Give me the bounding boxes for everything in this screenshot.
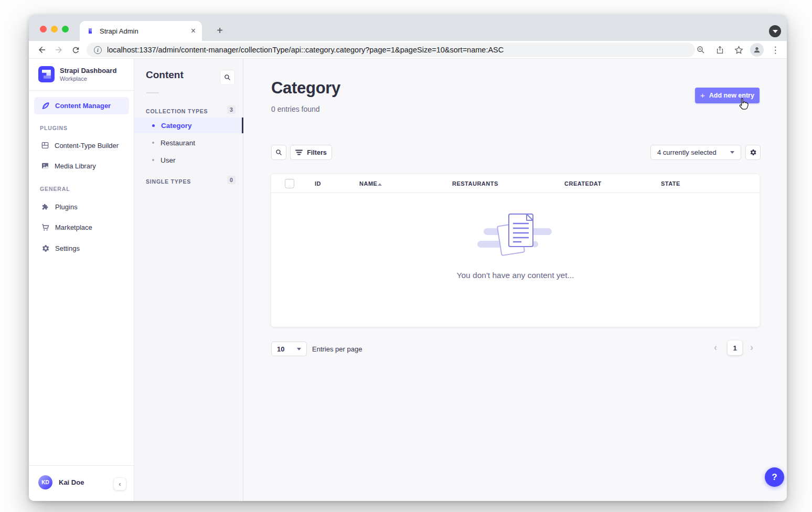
sidebar-divider — [29, 465, 134, 466]
plus-icon: + — [700, 91, 705, 99]
empty-message: You don't have any content yet... — [271, 271, 760, 280]
zoom-icon[interactable] — [693, 42, 708, 57]
user-profile[interactable]: KD Kai Doe — [38, 475, 84, 489]
sidebar-section-general: GENERAL — [40, 186, 70, 192]
collection-types-label: COLLECTION TYPES — [146, 108, 208, 114]
column-header-id[interactable]: ID — [315, 180, 321, 187]
main-sidebar: Strapi Dashboard Workplace Content Manag… — [29, 59, 134, 501]
close-window-button[interactable] — [40, 26, 47, 33]
collapse-sidebar-button[interactable]: ‹ — [113, 477, 126, 490]
browser-tab[interactable]: Strapi Admin × — [80, 21, 202, 41]
subnav-item-user[interactable]: User — [134, 152, 243, 168]
column-header-state[interactable]: STATE — [661, 180, 680, 187]
collection-types-count-badge: 3 — [227, 105, 236, 114]
filter-icon — [295, 150, 303, 155]
puzzle-icon — [41, 202, 50, 211]
layout-builder-icon — [41, 141, 49, 150]
url-bar[interactable]: i localhost:1337/admin/content-manager/c… — [87, 42, 695, 57]
forward-button[interactable] — [52, 43, 66, 57]
avatar: KD — [38, 475, 52, 489]
sidebar-item-plugins[interactable]: Plugins — [34, 198, 129, 215]
page-size-dropdown[interactable]: 10 — [271, 342, 307, 356]
sidebar-item-label: Plugins — [55, 203, 78, 211]
sidebar-item-label: Content Manager — [55, 102, 111, 110]
back-button[interactable] — [35, 43, 49, 57]
sort-asc-icon — [378, 183, 382, 186]
workspace-name: Workplace — [60, 76, 116, 82]
sidebar-item-label: Media Library — [55, 162, 96, 170]
strapi-logo — [38, 66, 55, 82]
bookmark-star-icon[interactable] — [731, 42, 746, 57]
content-subnav: Content COLLECTION TYPES 3 Category Rest… — [134, 59, 243, 501]
subnav-item-category[interactable]: Category — [134, 118, 243, 133]
subnav-title: Content — [146, 69, 184, 81]
gear-icon — [41, 244, 50, 253]
app-name: Strapi Dashboard — [60, 67, 116, 75]
next-page-button[interactable]: › — [750, 342, 753, 353]
site-info-icon[interactable]: i — [94, 46, 102, 54]
chevron-down-icon — [730, 151, 734, 154]
search-icon — [224, 74, 231, 81]
sidebar-item-label: Content-Type Builder — [55, 142, 119, 150]
bullet-icon — [152, 124, 155, 127]
sidebar-item-content-type-builder[interactable]: Content-Type Builder — [34, 137, 129, 154]
table-header-row: ID NAME RESTAURANTS CREATEDAT STATE — [271, 174, 760, 193]
empty-state: You don't have any content yet... — [271, 211, 760, 280]
browser-menu-icon[interactable]: ⋮ — [768, 42, 783, 57]
gear-icon — [749, 148, 757, 156]
workspace-switcher[interactable]: Strapi Dashboard Workplace — [38, 66, 116, 82]
entries-found-text: 0 entries found — [271, 105, 320, 113]
empty-documents-illustration — [476, 211, 555, 259]
sidebar-item-label: Marketplace — [55, 223, 92, 231]
page-size-value: 10 — [277, 345, 284, 353]
browser-profile-avatar[interactable] — [750, 43, 764, 57]
columns-selected-dropdown[interactable]: 4 currently selected — [650, 145, 741, 160]
sidebar-item-content-manager[interactable]: Content Manager — [34, 97, 129, 114]
subnav-item-label: User — [161, 156, 176, 164]
sidebar-item-media-library[interactable]: Media Library — [34, 157, 129, 174]
strapi-app: Strapi Dashboard Workplace Content Manag… — [29, 59, 787, 501]
page-number[interactable]: 1 — [728, 340, 742, 355]
filters-button[interactable]: Filters — [290, 145, 332, 160]
bullet-icon — [152, 142, 154, 144]
sidebar-divider — [29, 90, 134, 91]
column-header-createdat[interactable]: CREATEDAT — [564, 180, 602, 187]
cart-icon — [41, 223, 50, 232]
share-icon[interactable] — [712, 42, 727, 57]
new-tab-button[interactable]: + — [211, 22, 228, 39]
browser-tab-strip: Strapi Admin × + — [29, 15, 787, 41]
page-title: Category — [271, 79, 340, 98]
window-controls — [40, 26, 69, 33]
columns-selected-value: 4 currently selected — [657, 148, 717, 156]
subnav-item-label: Restaurant — [161, 139, 195, 147]
search-entries-button[interactable] — [271, 145, 286, 160]
reload-button[interactable] — [69, 43, 82, 57]
help-button[interactable]: ? — [765, 467, 784, 487]
add-new-entry-label: Add new entry — [709, 92, 754, 99]
close-tab-icon[interactable]: × — [191, 27, 196, 35]
feather-pen-icon — [41, 101, 50, 110]
select-all-checkbox[interactable] — [285, 179, 294, 188]
subnav-divider — [146, 92, 159, 93]
strapi-favicon — [86, 27, 94, 35]
column-header-restaurants[interactable]: RESTAURANTS — [452, 180, 498, 187]
subnav-search-button[interactable] — [220, 70, 235, 85]
sidebar-item-settings[interactable]: Settings — [34, 240, 129, 257]
previous-page-button[interactable]: ‹ — [714, 342, 717, 353]
table-settings-button[interactable] — [745, 145, 761, 160]
subnav-item-restaurant[interactable]: Restaurant — [134, 135, 243, 151]
minimize-window-button[interactable] — [51, 26, 58, 33]
single-types-label: SINGLE TYPES — [146, 178, 191, 185]
tab-title: Strapi Admin — [100, 27, 191, 35]
sidebar-section-plugins: PLUGINS — [40, 125, 68, 131]
entries-per-page-label: Entries per page — [312, 345, 362, 353]
add-new-entry-button[interactable]: + Add new entry — [695, 88, 760, 103]
chevron-down-icon — [297, 348, 301, 350]
subnav-item-label: Category — [161, 122, 192, 130]
record-indicator-icon[interactable] — [769, 25, 781, 37]
maximize-window-button[interactable] — [62, 26, 69, 33]
column-header-name[interactable]: NAME — [359, 180, 377, 187]
single-types-count-badge: 0 — [227, 176, 236, 184]
sidebar-item-marketplace[interactable]: Marketplace — [34, 219, 129, 236]
filters-label: Filters — [307, 149, 327, 156]
